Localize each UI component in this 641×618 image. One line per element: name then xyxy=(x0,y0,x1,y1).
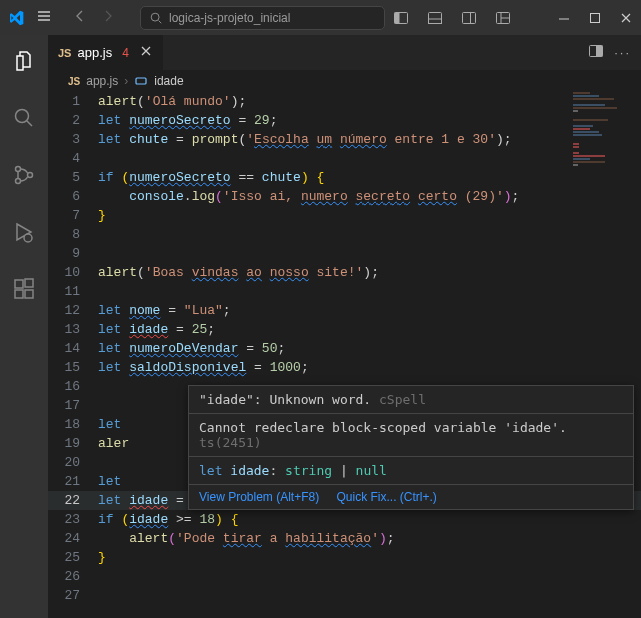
line-number: 9 xyxy=(48,244,98,263)
search-icon xyxy=(149,11,163,25)
hover-message: Cannot redeclare block-scoped variable '… xyxy=(199,420,567,435)
chevron-right-icon: › xyxy=(124,74,128,88)
svg-rect-3 xyxy=(429,12,442,23)
more-actions-icon[interactable]: ··· xyxy=(614,45,631,60)
breadcrumbs[interactable]: JS app.js › idade xyxy=(48,70,641,92)
line-number: 17 xyxy=(48,396,98,415)
line-number: 15 xyxy=(48,358,98,377)
tab-close-icon[interactable] xyxy=(139,44,153,61)
svg-point-9 xyxy=(16,167,21,172)
run-debug-icon[interactable] xyxy=(6,214,42,253)
title-bar: logica-js-projeto_inicial xyxy=(0,0,641,35)
code-editor[interactable]: 1alert('Olá mundo'); 2let numeroSecreto … xyxy=(48,92,641,605)
layout-panel-icon[interactable] xyxy=(427,10,443,26)
layout-sidebar-right-icon[interactable] xyxy=(461,10,477,26)
breadcrumb-file[interactable]: app.js xyxy=(86,74,118,88)
line-number: 6 xyxy=(48,187,98,206)
view-problem-link[interactable]: View Problem (Alt+F8) xyxy=(199,490,319,504)
line-number: 18 xyxy=(48,415,98,434)
line-number: 26 xyxy=(48,567,98,586)
svg-point-11 xyxy=(28,173,33,178)
line-number: 3 xyxy=(48,130,98,149)
line-number: 27 xyxy=(48,586,98,605)
svg-rect-14 xyxy=(15,290,23,298)
svg-point-8 xyxy=(16,110,29,123)
nav-forward-icon[interactable] xyxy=(100,8,116,27)
line-number: 11 xyxy=(48,282,98,301)
minimize-icon[interactable] xyxy=(557,11,571,25)
svg-rect-15 xyxy=(25,290,33,298)
line-number: 4 xyxy=(48,149,98,168)
line-number: 19 xyxy=(48,434,98,453)
line-number: 8 xyxy=(48,225,98,244)
js-file-icon: JS xyxy=(68,76,80,87)
menu-icon[interactable] xyxy=(32,4,56,31)
line-number: 14 xyxy=(48,339,98,358)
close-icon[interactable] xyxy=(619,11,633,25)
js-file-icon: JS xyxy=(58,47,71,59)
svg-point-0 xyxy=(151,13,159,21)
hover-widget: "idade": Unknown word. cSpell Cannot red… xyxy=(188,385,634,510)
layout-customize-icon[interactable] xyxy=(495,10,511,26)
line-number: 23 xyxy=(48,510,98,529)
line-number: 12 xyxy=(48,301,98,320)
line-number: 21 xyxy=(48,472,98,491)
svg-rect-18 xyxy=(596,46,603,57)
line-number: 7 xyxy=(48,206,98,225)
split-editor-icon[interactable] xyxy=(588,43,604,62)
tab-problem-badge: 4 xyxy=(122,46,129,60)
layout-sidebar-left-icon[interactable] xyxy=(393,10,409,26)
minimap[interactable] xyxy=(573,92,631,172)
command-center[interactable]: logica-js-projeto_inicial xyxy=(140,6,385,30)
line-number: 16 xyxy=(48,377,98,396)
vscode-logo-icon xyxy=(8,10,24,26)
svg-rect-16 xyxy=(25,279,33,287)
tab-label: app.js xyxy=(77,45,112,60)
line-number: 24 xyxy=(48,529,98,548)
line-number: 5 xyxy=(48,168,98,187)
breadcrumb-symbol[interactable]: idade xyxy=(154,74,183,88)
svg-rect-2 xyxy=(395,12,400,23)
quick-fix-link[interactable]: Quick Fix... (Ctrl+.) xyxy=(337,490,437,504)
hover-message: "idade": Unknown word. xyxy=(199,392,371,407)
line-number: 1 xyxy=(48,92,98,111)
line-number: 10 xyxy=(48,263,98,282)
source-control-icon[interactable] xyxy=(6,157,42,196)
tab-app-js[interactable]: JS app.js 4 xyxy=(48,35,164,70)
maximize-icon[interactable] xyxy=(589,12,601,24)
extensions-icon[interactable] xyxy=(6,271,42,310)
line-number: 22 xyxy=(48,491,98,510)
svg-rect-7 xyxy=(591,13,600,22)
line-number: 25 xyxy=(48,548,98,567)
svg-rect-5 xyxy=(463,12,476,23)
svg-rect-13 xyxy=(15,280,23,288)
explorer-icon[interactable] xyxy=(6,43,42,82)
svg-rect-4 xyxy=(429,19,442,24)
line-number: 13 xyxy=(48,320,98,339)
search-activity-icon[interactable] xyxy=(6,100,42,139)
search-text: logica-js-projeto_inicial xyxy=(169,11,290,25)
editor-area: JS app.js 4 ··· JS app.js › idade 1alert… xyxy=(48,35,641,618)
editor-tabs: JS app.js 4 ··· xyxy=(48,35,641,70)
nav-back-icon[interactable] xyxy=(72,8,88,27)
svg-rect-19 xyxy=(136,78,146,84)
line-number: 20 xyxy=(48,453,98,472)
line-number: 2 xyxy=(48,111,98,130)
variable-icon xyxy=(134,74,148,88)
activity-bar xyxy=(0,35,48,618)
svg-point-10 xyxy=(16,179,21,184)
